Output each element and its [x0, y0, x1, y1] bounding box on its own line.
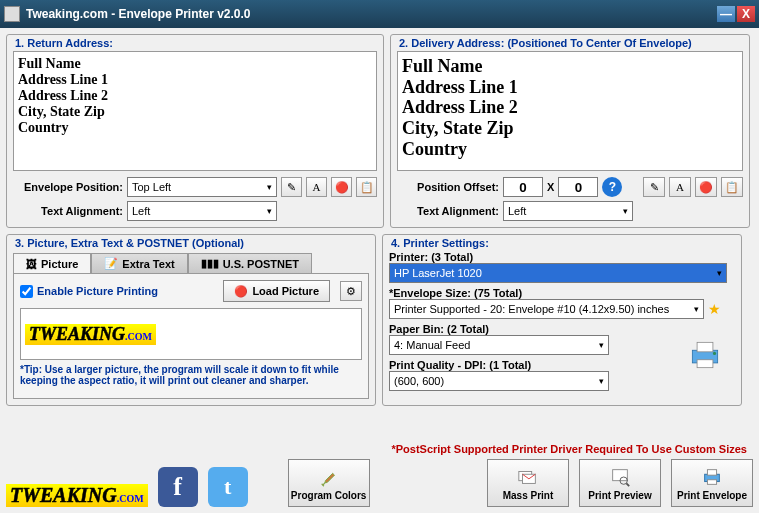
- return-address-legend: 1. Return Address:: [13, 37, 115, 49]
- tab-picture[interactable]: 🖼Picture: [13, 253, 91, 273]
- picture-tip: *Tip: Use a larger picture, the program …: [20, 364, 362, 386]
- tab-extra-text[interactable]: 📝Extra Text: [91, 253, 187, 273]
- envelope-size-select[interactable]: Printer Supported - 20: Envelope #10 (4.…: [389, 299, 704, 319]
- copy-icon[interactable]: 📋: [721, 177, 743, 197]
- brush-icon: [318, 466, 340, 488]
- text-icon: 📝: [104, 257, 118, 270]
- svg-rect-2: [697, 360, 713, 368]
- offset-y-input[interactable]: [558, 177, 598, 197]
- printer-select[interactable]: HP LaserJet 1020: [389, 263, 727, 283]
- close-button[interactable]: X: [737, 6, 755, 22]
- font-icon[interactable]: A: [669, 177, 691, 197]
- printer-icon[interactable]: [686, 336, 724, 374]
- printer-label: Printer: (3 Total): [389, 251, 735, 263]
- program-colors-button[interactable]: Program Colors: [288, 459, 370, 507]
- copy-icon[interactable]: 📋: [356, 177, 377, 197]
- delivery-text-align-label: Text Alignment:: [397, 205, 499, 217]
- picture-preview: TWEAKING.COM: [20, 308, 362, 360]
- minimize-button[interactable]: —: [717, 6, 735, 22]
- envelope-size-label: *Envelope Size: (75 Total): [389, 287, 735, 299]
- position-offset-label: Position Offset:: [397, 181, 499, 193]
- font-icon[interactable]: A: [306, 177, 327, 197]
- print-quality-select[interactable]: (600, 600): [389, 371, 609, 391]
- picture-section-legend: 3. Picture, Extra Text & POSTNET (Option…: [13, 237, 246, 249]
- tweaking-logo: TWEAKING.COM: [25, 324, 156, 345]
- edit-icon[interactable]: ✎: [281, 177, 302, 197]
- paper-bin-select[interactable]: 4: Manual Feed: [389, 335, 609, 355]
- return-address-input[interactable]: [13, 51, 377, 171]
- envelopes-icon: [517, 466, 539, 488]
- offset-x-input[interactable]: [503, 177, 543, 197]
- printer-settings-group: 4. Printer Settings: Printer: (3 Total) …: [382, 234, 742, 406]
- envelope-position-label: Envelope Position:: [13, 181, 123, 193]
- app-icon: [4, 6, 20, 22]
- twitter-icon[interactable]: t: [208, 467, 248, 507]
- facebook-icon[interactable]: f: [158, 467, 198, 507]
- enable-picture-checkbox[interactable]: Enable Picture Printing: [20, 285, 158, 298]
- delivery-address-group: 2. Delivery Address: (Positioned To Cent…: [390, 34, 750, 228]
- svg-point-3: [713, 352, 716, 355]
- barcode-icon: ▮▮▮: [201, 257, 219, 270]
- picture-icon: 🖼: [26, 258, 37, 270]
- printer-settings-legend: 4. Printer Settings:: [389, 237, 491, 249]
- print-preview-button[interactable]: Print Preview: [579, 459, 661, 507]
- folder-icon: 🔴: [234, 285, 248, 298]
- picture-section: 3. Picture, Extra Text & POSTNET (Option…: [6, 234, 376, 406]
- print-envelope-button[interactable]: Print Envelope: [671, 459, 753, 507]
- text-align-label: Text Alignment:: [13, 205, 123, 217]
- title-bar: Tweaking.com - Envelope Printer v2.0.0 —…: [0, 0, 759, 28]
- delivery-address-legend: 2. Delivery Address: (Positioned To Cent…: [397, 37, 694, 49]
- envelope-position-select[interactable]: Top Left: [127, 177, 277, 197]
- printer-small-icon: [701, 466, 723, 488]
- preview-icon: [609, 466, 631, 488]
- svg-rect-1: [697, 342, 713, 352]
- color-icon[interactable]: 🔴: [695, 177, 717, 197]
- color-icon[interactable]: 🔴: [331, 177, 352, 197]
- settings-icon[interactable]: ⚙: [340, 281, 362, 301]
- return-text-align-select[interactable]: Left: [127, 201, 277, 221]
- help-icon[interactable]: ?: [602, 177, 622, 197]
- tab-postnet[interactable]: ▮▮▮U.S. POSTNET: [188, 253, 312, 273]
- delivery-address-input[interactable]: [397, 51, 743, 171]
- offset-separator: X: [547, 181, 554, 193]
- svg-line-8: [626, 483, 629, 486]
- delivery-text-align-select[interactable]: Left: [503, 201, 633, 221]
- edit-icon[interactable]: ✎: [643, 177, 665, 197]
- star-icon[interactable]: ★: [708, 301, 721, 317]
- mass-print-button[interactable]: Mass Print: [487, 459, 569, 507]
- return-address-group: 1. Return Address: Envelope Position: To…: [6, 34, 384, 228]
- window-title: Tweaking.com - Envelope Printer v2.0.0: [26, 7, 715, 21]
- postscript-note: *PostScript Supported Printer Driver Req…: [391, 443, 747, 455]
- footer-tweaking-logo[interactable]: TWEAKING.COM: [6, 484, 148, 507]
- svg-rect-11: [707, 479, 716, 484]
- print-quality-label: Print Quality - DPI: (1 Total): [389, 359, 675, 371]
- paper-bin-label: Paper Bin: (2 Total): [389, 323, 675, 335]
- svg-rect-10: [707, 469, 716, 475]
- load-picture-button[interactable]: 🔴Load Picture: [223, 280, 330, 302]
